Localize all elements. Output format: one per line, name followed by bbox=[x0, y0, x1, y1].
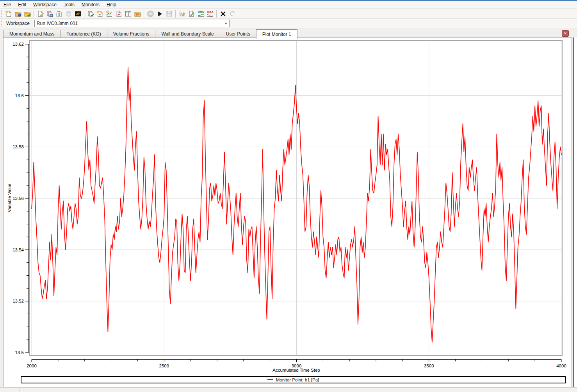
tab-turbulence-ko-[interactable]: Turbulence (KO) bbox=[60, 30, 107, 38]
define-run-icon[interactable] bbox=[86, 9, 95, 18]
stop-icon bbox=[146, 9, 155, 18]
svg-text:RMS: RMS bbox=[198, 11, 204, 13]
y-tick-label: 13.62 bbox=[12, 42, 24, 46]
close-tab-button[interactable]: ✕ bbox=[562, 30, 569, 37]
workspace-row: Workspace Run IVC0.3mm 001 ▼ bbox=[0, 18, 577, 28]
start-run-icon[interactable] bbox=[155, 9, 164, 18]
tab-strip: Momentum and MassTurbulence (KO)Volume F… bbox=[3, 29, 297, 38]
y-tick-label: 13.5 bbox=[15, 350, 24, 355]
plot-frame bbox=[30, 41, 562, 355]
new-chart-icon[interactable] bbox=[105, 9, 114, 18]
y-tick-label: 13.56 bbox=[12, 196, 24, 201]
menu-item-edit[interactable]: Edit bbox=[14, 2, 30, 8]
save-icon bbox=[164, 9, 174, 18]
status-bar bbox=[0, 387, 577, 392]
menu-bar: FileEditWorkspaceToolsMonitorsHelp bbox=[0, 1, 577, 8]
import-export-icon[interactable] bbox=[54, 9, 64, 18]
workspace-combobox[interactable]: Run IVC0.3mm 001 ▼ bbox=[34, 20, 230, 27]
report-icon[interactable] bbox=[114, 9, 123, 18]
undo-icon bbox=[228, 9, 237, 18]
y-tick-label: 13.6 bbox=[15, 93, 24, 98]
toolbar-separator bbox=[144, 10, 144, 18]
status-bar-divider bbox=[20, 388, 20, 392]
tab-volume-fractions[interactable]: Volume Fractions bbox=[107, 30, 155, 38]
new-file-icon[interactable] bbox=[4, 9, 13, 18]
toolbar: RMSMAX bbox=[0, 8, 577, 19]
legend-line-swatch bbox=[267, 379, 273, 380]
svg-text:MAX: MAX bbox=[207, 11, 214, 13]
menu-item-tools[interactable]: Tools bbox=[60, 2, 78, 8]
split-view-icon[interactable] bbox=[123, 9, 133, 18]
toolbar-separator bbox=[34, 10, 34, 18]
shell-3d-icon[interactable] bbox=[73, 9, 82, 18]
menu-item-help[interactable]: Help bbox=[103, 2, 120, 8]
tab-user-points[interactable]: User Points bbox=[220, 30, 256, 38]
x-tick-label: 2000 bbox=[27, 363, 37, 368]
plot-monitor-chart: 13.513.5213.5413.5613.5813.613.622000250… bbox=[0, 37, 577, 387]
delete-icon[interactable] bbox=[218, 9, 228, 18]
y-tick-label: 13.54 bbox=[12, 248, 24, 252]
chevron-down-icon[interactable]: ▼ bbox=[223, 22, 229, 25]
workspace-label: Workspace bbox=[6, 21, 30, 26]
toolbar-separator bbox=[84, 10, 84, 18]
panel-right-gap bbox=[574, 37, 577, 387]
edit-definition-icon[interactable] bbox=[36, 9, 45, 18]
remote-globe-icon bbox=[64, 9, 73, 18]
y-axis-title: Variable Value bbox=[7, 175, 12, 221]
y-tick-label: 13.52 bbox=[12, 299, 24, 303]
tab-bar: Momentum and MassTurbulence (KO)Volume F… bbox=[0, 28, 577, 38]
menu-item-workspace[interactable]: Workspace bbox=[30, 2, 60, 8]
edit-plot-icon[interactable] bbox=[177, 9, 187, 18]
tab-plot-monitor-1[interactable]: Plot Monitor 1 bbox=[256, 29, 297, 39]
workspace-gripper[interactable] bbox=[1, 20, 3, 27]
workspace-folder-icon[interactable] bbox=[133, 9, 142, 18]
toolbar-gripper[interactable] bbox=[1, 10, 3, 18]
toolbar-separator bbox=[216, 10, 217, 18]
open-results-icon[interactable] bbox=[23, 9, 32, 18]
toolbar-separator bbox=[175, 10, 176, 18]
max-plot-icon[interactable]: MAX bbox=[205, 9, 215, 18]
new-monitor-icon[interactable] bbox=[95, 9, 105, 18]
save-copy-icon[interactable] bbox=[45, 9, 54, 18]
open-run-icon[interactable] bbox=[13, 9, 23, 18]
menu-item-file[interactable]: File bbox=[0, 2, 14, 8]
tab-wall-and-boundary-scale[interactable]: Wall and Boundary Scale bbox=[155, 30, 219, 38]
x-tick-label: 4000 bbox=[556, 363, 566, 368]
edit-properties-icon[interactable] bbox=[187, 9, 196, 18]
rms-plot-icon[interactable]: RMS bbox=[196, 9, 205, 18]
tab-momentum-and-mass[interactable]: Momentum and Mass bbox=[3, 30, 60, 38]
menu-item-monitors[interactable]: Monitors bbox=[78, 2, 103, 8]
x-axis-title: Accumulated Time Step bbox=[188, 368, 405, 372]
x-tick-label: 3500 bbox=[424, 363, 434, 368]
workspace-combobox-value: Run IVC0.3mm 001 bbox=[35, 21, 223, 26]
legend-entry-label: Monitor Point: h1 [Pa] bbox=[276, 378, 319, 382]
chart-legend: Monitor Point: h1 [Pa] bbox=[21, 376, 566, 383]
y-tick-label: 13.58 bbox=[12, 144, 24, 149]
x-tick-label: 2500 bbox=[159, 363, 169, 368]
